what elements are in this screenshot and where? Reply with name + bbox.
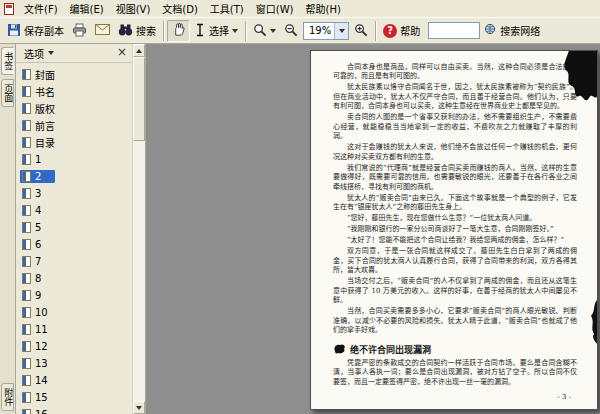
bookmarks-list: 封面 书名 版权 前言 目录 1 2 3 4 5 6 7 8 9 10 11 1… xyxy=(16,63,132,414)
zoom-level-value: 19% xyxy=(304,25,334,36)
bookmarks-scrollbar[interactable] xyxy=(132,44,146,414)
bookmark-page-icon xyxy=(22,205,31,216)
zoom-tool-button[interactable] xyxy=(249,20,280,42)
dialog-line: “太好了！您能不能把这个合同让给我？我给您两成的佣金，怎么样？” xyxy=(333,236,577,246)
menu-document[interactable]: 文档(D) xyxy=(156,0,204,17)
bookmark-page-icon xyxy=(22,341,31,352)
bookmark-item-16[interactable]: 16 xyxy=(20,406,132,414)
document-area[interactable]: 合同本身也是商品，同样可以自由买卖。当然，这种合同必须是合法的、可靠的，而且是有… xyxy=(146,44,600,414)
bookmark-page-icon xyxy=(22,375,31,386)
bookmark-page-icon xyxy=(22,69,31,80)
select-tool-button[interactable]: 选择 xyxy=(190,20,242,42)
bookmark-label: 1 xyxy=(35,154,41,165)
bookmark-page-icon xyxy=(22,171,31,182)
bookmark-item-1[interactable]: 1 xyxy=(20,151,132,168)
panel-close-button[interactable]: × xyxy=(115,46,129,60)
bookmark-label: 6 xyxy=(35,239,41,250)
bookmark-label: 14 xyxy=(35,375,48,386)
save-copy-button[interactable]: 保存副本 xyxy=(3,20,68,42)
help-button[interactable]: 帮助 xyxy=(379,20,424,42)
zoom-in-button[interactable] xyxy=(350,20,372,42)
bookmark-item-4[interactable]: 4 xyxy=(20,202,132,219)
page-number: - 3 - xyxy=(557,393,571,401)
search-label: 搜索 xyxy=(136,23,156,38)
bookmark-page-icon xyxy=(22,392,31,403)
menu-file[interactable]: 文件(F) xyxy=(18,0,64,17)
bookmark-page-icon xyxy=(22,256,31,267)
bookmark-page-icon xyxy=(22,409,31,414)
scroll-down-button[interactable] xyxy=(133,401,145,414)
menu-help[interactable]: 帮助(H) xyxy=(299,0,346,17)
nav-tab-strip: 书签 页面 附件 xyxy=(0,44,16,414)
toolbar-separator xyxy=(375,21,376,41)
web-search-icon xyxy=(484,23,497,38)
bookmark-label: 8 xyxy=(35,273,41,284)
binoculars-icon xyxy=(118,23,133,38)
printer-icon xyxy=(72,23,87,39)
search-button[interactable]: 搜索 xyxy=(114,20,160,42)
web-search-input[interactable] xyxy=(428,22,480,39)
bookmark-item-2-selected[interactable]: 2 xyxy=(20,168,132,185)
help-label: 帮助 xyxy=(400,23,420,38)
chevron-down-icon xyxy=(270,29,276,33)
pdf-page: 合同本身也是商品，同样可以自由买卖。当然，这种合同必须是合法的、可靠的，而且是有… xyxy=(310,50,598,410)
select-label: 选择 xyxy=(209,23,229,38)
menu-tools[interactable]: 工具(T) xyxy=(204,0,250,17)
bookmark-label: 9 xyxy=(35,290,41,301)
bookmark-item-copyright[interactable]: 版权 xyxy=(20,100,132,117)
bookmark-item-12[interactable]: 12 xyxy=(20,338,132,355)
bookmark-item-preface[interactable]: 前言 xyxy=(20,117,132,134)
toolbar: 保存副本 搜索 选择 19% xyxy=(0,17,600,44)
bookmark-item-title[interactable]: 书名 xyxy=(20,83,132,100)
menu-window[interactable]: 窗口(W) xyxy=(250,0,300,17)
save-copy-label: 保存副本 xyxy=(24,23,64,38)
zoom-out-button[interactable] xyxy=(280,20,302,42)
scrollbar-track[interactable] xyxy=(133,57,145,401)
floppy-disk-icon xyxy=(7,23,21,39)
bookmark-item-14[interactable]: 14 xyxy=(20,372,132,389)
bookmark-label: 4 xyxy=(35,205,41,216)
menu-view[interactable]: 视图(V) xyxy=(110,0,157,17)
bookmark-item-toc[interactable]: 目录 xyxy=(20,134,132,151)
section-heading-text: 绝不许合同出现漏洞 xyxy=(350,343,431,356)
hand-tool-button[interactable] xyxy=(167,20,190,42)
ink-blot-decoration xyxy=(556,50,598,110)
bookmark-item-7[interactable]: 7 xyxy=(20,253,132,270)
paragraph: 犹太人的“贩卖合同”由来已久。下面这个故事就是一个典型的例子，它发生在有“银座犹… xyxy=(333,194,577,213)
print-button[interactable] xyxy=(68,20,91,42)
bookmark-page-icon xyxy=(22,86,31,97)
magnifier-icon xyxy=(253,23,267,39)
tab-attachments[interactable]: 附件 xyxy=(1,383,14,411)
combo-dropdown-button[interactable] xyxy=(334,23,348,39)
web-search-button[interactable]: 搜索网络 xyxy=(480,20,544,42)
bookmark-item-11[interactable]: 11 xyxy=(20,321,132,338)
scrollbar-thumb[interactable] xyxy=(133,57,145,141)
tab-pages[interactable]: 页面 xyxy=(1,79,14,107)
bookmark-page-icon xyxy=(22,137,31,148)
bookmark-item-3[interactable]: 3 xyxy=(20,185,132,202)
bookmark-item-13[interactable]: 13 xyxy=(20,355,132,372)
bookmark-item-10[interactable]: 10 xyxy=(20,304,132,321)
bookmark-label: 5 xyxy=(35,222,41,233)
bookmark-item-15[interactable]: 15 xyxy=(20,389,132,406)
pdf-document-icon[interactable] xyxy=(4,3,14,15)
menu-bar: 文件(F) 编辑(E) 视图(V) 文档(D) 工具(T) 窗口(W) 帮助(H… xyxy=(0,0,600,17)
bookmark-label: 11 xyxy=(35,324,48,335)
bookmark-item-8[interactable]: 8 xyxy=(20,270,132,287)
brush-blob-icon xyxy=(333,343,346,356)
bookmark-item-cover[interactable]: 封面 xyxy=(20,66,132,83)
bookmark-page-icon xyxy=(22,222,31,233)
zoom-level-combo[interactable]: 19% xyxy=(303,22,349,40)
chevron-down-icon xyxy=(339,29,345,33)
tab-bookmarks[interactable]: 书签 xyxy=(1,47,14,75)
menu-edit[interactable]: 编辑(E) xyxy=(64,0,110,17)
bookmark-item-9[interactable]: 9 xyxy=(20,287,132,304)
options-menu-button[interactable]: 选项 xyxy=(19,44,59,63)
bookmark-item-6[interactable]: 6 xyxy=(20,236,132,253)
scroll-up-button[interactable] xyxy=(133,44,145,57)
email-button[interactable] xyxy=(91,20,114,42)
bookmark-page-icon xyxy=(22,358,31,369)
main-area: 书签 页面 附件 选项 × 封面 书名 版权 前言 目录 1 2 xyxy=(0,44,600,414)
options-label: 选项 xyxy=(24,46,44,61)
bookmark-item-5[interactable]: 5 xyxy=(20,219,132,236)
